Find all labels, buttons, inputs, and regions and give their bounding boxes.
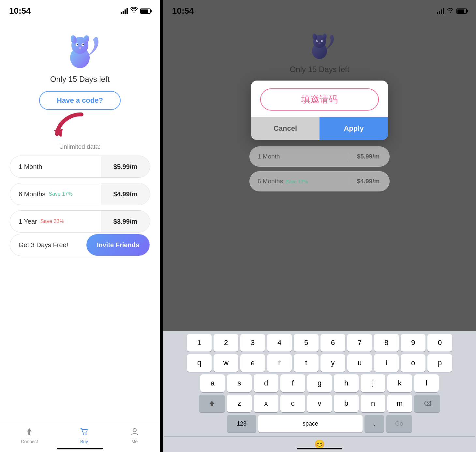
plan-label-1year: 1 Year Save 33% bbox=[10, 218, 101, 225]
key-4[interactable]: 4 bbox=[267, 334, 292, 352]
key-delete[interactable] bbox=[414, 395, 440, 412]
left-status-icons bbox=[121, 7, 151, 15]
key-a[interactable]: a bbox=[200, 374, 225, 392]
key-7[interactable]: 7 bbox=[347, 334, 372, 352]
have-code-button[interactable]: Have a code? bbox=[39, 91, 121, 110]
key-m[interactable]: m bbox=[387, 395, 412, 412]
key-z[interactable]: z bbox=[227, 395, 252, 412]
arrow-icon bbox=[52, 111, 88, 141]
key-2[interactable]: 2 bbox=[214, 334, 238, 352]
nav-connect[interactable]: Connect bbox=[21, 427, 38, 444]
key-6[interactable]: 6 bbox=[320, 334, 345, 352]
key-y[interactable]: y bbox=[320, 354, 345, 372]
key-r[interactable]: r bbox=[267, 354, 292, 372]
svg-point-5 bbox=[77, 44, 78, 45]
key-9[interactable]: 9 bbox=[401, 334, 425, 352]
key-i[interactable]: i bbox=[374, 354, 399, 372]
key-w[interactable]: w bbox=[214, 354, 238, 372]
svg-point-10 bbox=[83, 433, 84, 435]
right-battery-icon bbox=[456, 8, 467, 14]
key-s[interactable]: s bbox=[227, 374, 252, 392]
key-c[interactable]: c bbox=[280, 395, 305, 412]
nav-buy[interactable]: Buy bbox=[80, 427, 88, 444]
key-space[interactable]: space bbox=[258, 415, 363, 432]
modal-input-area bbox=[251, 81, 388, 111]
modal-apply-button[interactable]: Apply bbox=[320, 117, 388, 140]
right-status-bar: 10:54 bbox=[163, 0, 476, 19]
nav-me[interactable]: Me bbox=[130, 427, 139, 444]
keyboard-bottom-row: 123 space . Go bbox=[164, 415, 475, 432]
invite-row[interactable]: Get 3 Days Free! Invite Friends bbox=[10, 234, 150, 256]
key-f[interactable]: f bbox=[280, 374, 305, 392]
right-content: 10:54 bbox=[163, 0, 476, 191]
key-h[interactable]: h bbox=[334, 374, 359, 392]
keyboard-number-row: 1 2 3 4 5 6 7 8 9 0 bbox=[164, 334, 475, 352]
right-logo-area: Only 15 Days left bbox=[290, 28, 350, 74]
right-phone-panel: 10:54 bbox=[163, 0, 476, 452]
plan-price-1month: $5.99/m bbox=[101, 156, 150, 177]
left-status-bar: 10:54 bbox=[0, 0, 160, 19]
key-g[interactable]: g bbox=[307, 374, 332, 392]
arrow-container bbox=[52, 111, 91, 141]
key-t[interactable]: t bbox=[294, 354, 319, 372]
key-b[interactable]: b bbox=[334, 395, 359, 412]
key-shift[interactable] bbox=[199, 395, 225, 412]
home-indicator-right bbox=[297, 448, 342, 449]
nav-me-label: Me bbox=[131, 439, 138, 444]
modal-buttons: Cancel Apply bbox=[251, 117, 388, 140]
key-u[interactable]: u bbox=[347, 354, 372, 372]
key-k[interactable]: k bbox=[387, 374, 412, 392]
right-squirrel-logo bbox=[303, 28, 336, 61]
modal-cancel-button[interactable]: Cancel bbox=[251, 117, 320, 140]
keyboard-qwerty-row: q w e r t y u i o p bbox=[164, 354, 475, 372]
key-d[interactable]: d bbox=[254, 374, 278, 392]
key-v[interactable]: v bbox=[307, 395, 332, 412]
days-left-text: Only 15 Days left bbox=[50, 75, 110, 84]
key-5[interactable]: 5 bbox=[294, 334, 319, 352]
signal-icon bbox=[121, 8, 128, 14]
svg-marker-9 bbox=[54, 129, 63, 137]
plan-row-1year[interactable]: 1 Year Save 33% $3.99/m bbox=[10, 210, 150, 233]
invite-button[interactable]: Invite Friends bbox=[86, 234, 150, 256]
key-q[interactable]: q bbox=[187, 354, 212, 372]
svg-point-8 bbox=[79, 47, 81, 49]
invite-label: Get 3 Days Free! bbox=[10, 241, 86, 249]
key-1[interactable]: 1 bbox=[187, 334, 212, 352]
svg-point-18 bbox=[317, 40, 318, 41]
svg-point-7 bbox=[82, 44, 84, 45]
key-x[interactable]: x bbox=[254, 395, 278, 412]
nav-buy-label: Buy bbox=[80, 439, 88, 444]
squirrel-logo bbox=[59, 28, 101, 71]
key-3[interactable]: 3 bbox=[240, 334, 265, 352]
key-j[interactable]: j bbox=[361, 374, 385, 392]
save-badge-6months: Save 17% bbox=[49, 191, 72, 197]
right-plans-container: 1 Month $5.99/m 6 Months Save 17% $4.99/… bbox=[249, 146, 390, 191]
key-0[interactable]: 0 bbox=[427, 334, 452, 352]
right-plan-6months: 6 Months Save 17% $4.99/m bbox=[249, 171, 390, 191]
plan-row-6months[interactable]: 6 Months Save 17% $4.99/m bbox=[10, 183, 150, 205]
key-go[interactable]: Go bbox=[386, 415, 412, 432]
right-plan-1month: 1 Month $5.99/m bbox=[249, 146, 390, 167]
key-8[interactable]: 8 bbox=[374, 334, 399, 352]
key-e[interactable]: e bbox=[240, 354, 265, 372]
plan-row-1month[interactable]: 1 Month $5.99/m bbox=[10, 156, 150, 178]
key-p[interactable]: p bbox=[427, 354, 452, 372]
plan-price-1year: $3.99/m bbox=[101, 211, 150, 232]
wifi-icon bbox=[130, 7, 138, 15]
unlimited-label: Unlimited data: bbox=[59, 143, 101, 150]
key-period[interactable]: . bbox=[364, 415, 384, 432]
key-l[interactable]: l bbox=[414, 374, 439, 392]
right-days-left: Only 15 Days left bbox=[290, 65, 350, 74]
invite-code-input[interactable] bbox=[260, 88, 379, 111]
svg-point-20 bbox=[321, 40, 322, 41]
svg-point-11 bbox=[85, 433, 87, 435]
svg-point-21 bbox=[319, 43, 320, 44]
svg-point-12 bbox=[133, 429, 136, 432]
keyboard: 1 2 3 4 5 6 7 8 9 0 q w e r t y u i o p … bbox=[163, 331, 476, 452]
key-o[interactable]: o bbox=[401, 354, 425, 372]
key-numbers[interactable]: 123 bbox=[227, 415, 256, 432]
me-icon bbox=[130, 427, 139, 438]
plan-label-1month: 1 Month bbox=[10, 163, 101, 171]
home-indicator-left bbox=[57, 448, 103, 449]
key-n[interactable]: n bbox=[361, 395, 385, 412]
